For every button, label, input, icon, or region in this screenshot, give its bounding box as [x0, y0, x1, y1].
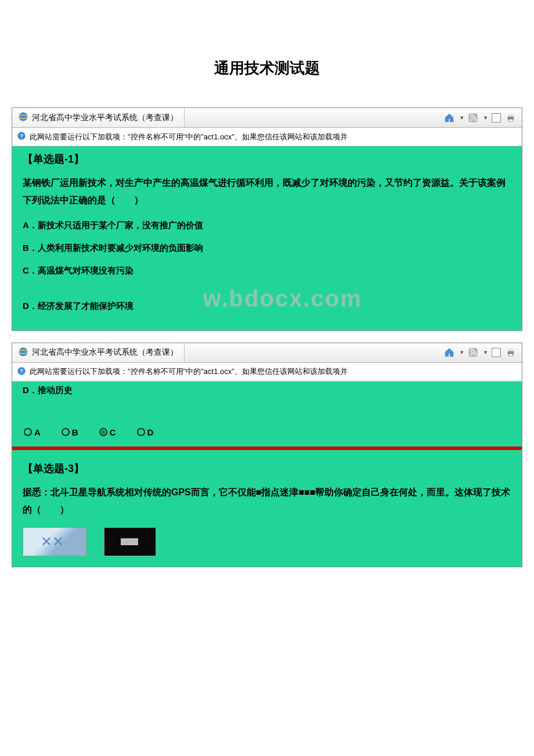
- feed-icon[interactable]: [467, 346, 479, 359]
- prev-question-option-d: D．推动历史: [12, 381, 522, 419]
- svg-rect-5: [508, 114, 513, 117]
- watermark-text: w.bdocx.com: [203, 286, 362, 312]
- radio-circle-icon: [24, 428, 32, 436]
- screenshot-2: 河北省高中学业水平考试系统（考查课） ▼ ▼ ? 此网站需要运行以下加载项："控…: [12, 343, 522, 567]
- page-icon[interactable]: [490, 112, 502, 124]
- browser-tab-bar: 河北省高中学业水平考试系统（考查课） ▼ ▼: [12, 108, 522, 128]
- svg-rect-15: [508, 354, 513, 357]
- chevron-down-icon[interactable]: ▼: [459, 350, 464, 355]
- browser-tab[interactable]: 河北省高中学业水平考试系统（考查课）: [12, 108, 185, 127]
- question-1-option-a: A．新技术只适用于某个厂家，没有推广的价值: [12, 214, 522, 237]
- radio-b-label: B: [72, 427, 78, 437]
- browser-tab[interactable]: 河北省高中学业水平考试系统（考查课）: [12, 343, 185, 362]
- radio-a[interactable]: A: [24, 427, 41, 437]
- question-1-option-d: D．经济发展了才能保护环境 w.bdocx.com: [12, 282, 522, 320]
- chevron-down-icon[interactable]: ▼: [483, 115, 488, 121]
- svg-point-9: [19, 347, 28, 356]
- info-icon: ?: [17, 131, 26, 142]
- radio-circle-icon: [137, 428, 145, 436]
- question-3-header: 【单选题-3】: [12, 456, 522, 484]
- question-1-text: 某钢铁厂运用新技术，对生产中产生的高温煤气进行循环利用，既减少了对环境的污染，又…: [12, 174, 522, 214]
- svg-point-12: [470, 354, 472, 356]
- option-d-text: D．经济发展了才能保护环境: [23, 301, 134, 311]
- page-icon[interactable]: [490, 347, 502, 358]
- browser-tab-bar: 河北省高中学业水平考试系统（考查课） ▼ ▼: [12, 343, 522, 363]
- svg-rect-6: [508, 119, 513, 121]
- radio-b[interactable]: B: [62, 427, 78, 437]
- info-icon: ?: [17, 366, 26, 377]
- radio-circle-icon: [62, 428, 70, 436]
- info-bar-text: 此网站需要运行以下加载项："控件名称不可用"中的"act1.ocx"。如果您信任…: [30, 366, 348, 377]
- radio-d[interactable]: D: [137, 427, 154, 437]
- page-title: 通用技术测试题: [0, 58, 534, 78]
- feed-icon[interactable]: [467, 111, 479, 124]
- svg-rect-14: [508, 349, 513, 351]
- tab-title: 河北省高中学业水平考试系统（考查课）: [32, 113, 178, 123]
- radio-answer-row: A B C D: [12, 419, 522, 447]
- print-icon[interactable]: [504, 111, 517, 124]
- question-3-text: 据悉：北斗卫星导航系统相对传统的GPS而言，它不仅能■指点迷津■■■帮助你确定自…: [12, 484, 522, 524]
- svg-point-0: [19, 113, 28, 121]
- radio-a-label: A: [34, 427, 41, 437]
- question-area-2: D．推动历史 A B C D 【单选题-3】 据悉：北斗卫星导航系统相对传统的G…: [12, 381, 522, 567]
- tab-title: 河北省高中学业水平考试系统（考查课）: [32, 347, 178, 358]
- question-image-2: [104, 527, 156, 556]
- chevron-down-icon[interactable]: ▼: [483, 350, 488, 355]
- question-1-header: 【单选题-1】: [12, 146, 522, 174]
- svg-point-3: [470, 119, 472, 121]
- home-icon[interactable]: [443, 346, 456, 359]
- radio-c-label: C: [110, 427, 116, 437]
- chevron-down-icon[interactable]: ▼: [459, 115, 464, 121]
- ie-icon: [18, 347, 28, 359]
- toolbar-icons: ▼ ▼: [438, 111, 522, 124]
- red-divider: [12, 447, 522, 450]
- info-bar[interactable]: ? 此网站需要运行以下加载项："控件名称不可用"中的"act1.ocx"。如果您…: [12, 363, 522, 381]
- radio-d-label: D: [147, 427, 154, 437]
- info-bar[interactable]: ? 此网站需要运行以下加载项："控件名称不可用"中的"act1.ocx"。如果您…: [12, 128, 522, 146]
- toolbar-icons: ▼ ▼: [438, 346, 522, 359]
- question-images: [12, 524, 522, 556]
- svg-text:?: ?: [20, 133, 23, 139]
- print-icon[interactable]: [504, 346, 517, 359]
- question-1-option-c: C．高温煤气对环境没有污染: [12, 260, 522, 282]
- home-icon[interactable]: [443, 111, 456, 124]
- question-area-1: 【单选题-1】 某钢铁厂运用新技术，对生产中产生的高温煤气进行循环利用，既减少了…: [12, 146, 522, 330]
- screenshot-1: 河北省高中学业水平考试系统（考查课） ▼ ▼ ? 此网站需要运行以下加载项："控…: [12, 107, 522, 331]
- radio-circle-selected-icon: [99, 428, 107, 436]
- ie-icon: [18, 111, 28, 124]
- radio-c[interactable]: C: [99, 427, 116, 437]
- question-1-option-b: B．人类利用新技术时要减少对环境的负面影响: [12, 237, 522, 260]
- svg-text:?: ?: [20, 368, 23, 374]
- question-image-1: [23, 527, 86, 556]
- info-bar-text: 此网站需要运行以下加载项："控件名称不可用"中的"act1.ocx"。如果您信任…: [30, 132, 348, 142]
